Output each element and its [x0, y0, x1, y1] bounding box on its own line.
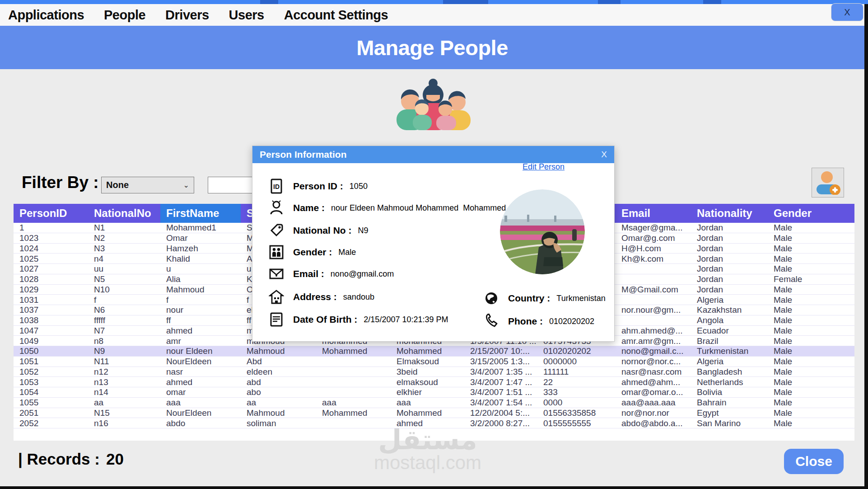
table-cell: Male: [768, 223, 854, 232]
date-of-birth-field: Date Of Birth : 2/15/2007 10:21:39 PM: [269, 312, 448, 327]
table-cell: fffff: [88, 315, 160, 325]
table-cell: Omar@g.com: [616, 233, 691, 243]
table-cell: 3beid: [391, 367, 464, 376]
table-cell: Elmaksoud: [391, 357, 464, 366]
table-cell: 1037: [14, 305, 88, 315]
table-cell: Male: [768, 398, 854, 407]
table-cell: 0155555555: [537, 418, 616, 428]
table-cell: N10: [88, 285, 160, 294]
dialog-title: Person Information: [260, 149, 601, 160]
table-cell: Algeria: [691, 357, 768, 366]
menu-item-users[interactable]: Users: [229, 8, 264, 23]
table-cell: Female: [768, 274, 854, 284]
table-cell: soliman: [241, 418, 316, 428]
table-cell: Abd: [241, 357, 316, 366]
table-cell: Jordan: [691, 244, 768, 253]
table-cell: nour Eldeen: [160, 346, 241, 356]
table-cell: aa: [241, 398, 316, 407]
column-header-gender[interactable]: Gender: [768, 204, 854, 223]
table-cell: 3/4/2007 1:35 ...: [464, 367, 537, 376]
add-person-button[interactable]: [812, 168, 844, 197]
window-top-strip: [0, 0, 868, 4]
table-cell: abd: [241, 377, 316, 387]
menu-item-account-settings[interactable]: Account Settings: [284, 8, 388, 23]
table-row[interactable]: 1052n12nasreldeen3beid3/4/2007 1:35 ...1…: [14, 367, 854, 377]
menu-item-drivers[interactable]: Drivers: [165, 8, 209, 23]
table-cell: Male: [768, 326, 854, 335]
table-cell: Turkmenistan: [691, 346, 768, 356]
table-cell: 2/15/2007 10:...: [464, 346, 537, 356]
table-cell: nasr@nasr.com: [616, 367, 691, 376]
table-cell: abdo: [160, 418, 241, 428]
person-icon: [269, 200, 284, 216]
table-cell: Mohammed: [391, 408, 464, 418]
table-cell: Male: [768, 336, 854, 346]
column-header-email[interactable]: Email: [616, 204, 691, 223]
menu-item-applications[interactable]: Applications: [8, 8, 84, 23]
table-row[interactable]: 1055aaaaaaaaaaaaa3/4/2007 1:54 ...0000aa…: [14, 398, 854, 408]
table-cell: Alia: [160, 274, 241, 284]
table-cell: Hamzeh: [160, 244, 241, 253]
table-cell: Male: [768, 377, 854, 387]
filter-dropdown[interactable]: None ⌄: [101, 177, 194, 193]
table-cell: f: [160, 295, 241, 305]
page-header: Manage People: [0, 26, 864, 69]
close-button[interactable]: Close: [784, 449, 844, 474]
table-cell: Angola: [691, 315, 768, 325]
phone-icon: [484, 314, 499, 329]
table-cell: M@Gmail.com: [616, 285, 691, 294]
table-cell: aaa: [391, 398, 464, 407]
id-card-icon: ID: [269, 179, 284, 194]
table-cell: elmaksoud: [391, 377, 464, 387]
table-cell: uu: [88, 264, 160, 273]
top-strip-segment: [703, 0, 721, 4]
close-icon: X: [844, 7, 850, 18]
table-cell: nono@gmail.c...: [616, 346, 691, 356]
table-cell: 3/4/2007 1:47 ...: [464, 377, 537, 387]
column-header-nationality[interactable]: Nationality: [691, 204, 768, 223]
table-cell: 333: [537, 387, 616, 397]
menu-item-people[interactable]: People: [104, 8, 145, 23]
table-cell: ahmed: [391, 418, 464, 428]
table-cell: Male: [768, 357, 854, 366]
table-cell: Jordan: [691, 233, 768, 243]
table-cell: 0000: [537, 398, 616, 407]
table-cell: ahmed: [160, 377, 241, 387]
table-row[interactable]: 1054n14omaraboelkhier3/4/2007 1:51 ...33…: [14, 387, 854, 398]
table-cell: Jordan: [691, 223, 768, 232]
table-cell: Male: [768, 387, 854, 397]
table-cell: Kh@k.com: [616, 254, 691, 263]
table-row[interactable]: 1053n13ahmedabdelmaksoud3/4/2007 1:47 ..…: [14, 377, 854, 387]
table-cell: n16: [88, 418, 160, 428]
table-cell: Mohammed1: [160, 223, 241, 232]
table-cell: 1055: [14, 398, 88, 407]
table-cell: n14: [88, 387, 160, 397]
table-row[interactable]: 1050N9nour EldeenMahmoudMohammedMohammed…: [14, 346, 854, 357]
table-cell: abo: [241, 387, 316, 397]
table-row[interactable]: 2052n16abdosolimanahmed3/2/2000 8:27...0…: [14, 418, 854, 428]
table-cell: Khalid: [160, 254, 241, 263]
table-cell: 1031: [14, 295, 88, 305]
table-cell: nor.nour@gm...: [616, 305, 691, 315]
table-cell: Brazil: [691, 336, 768, 346]
table-row[interactable]: 1051N11NourEldeenAbdElmaksoud3/15/2005 1…: [14, 357, 854, 367]
column-header-firstname[interactable]: FirstName: [160, 204, 241, 223]
table-cell: Mohammed: [391, 346, 464, 356]
table-cell: 1051: [14, 357, 88, 366]
table-cell: Bangladesh: [691, 367, 768, 376]
person-id-field: ID Person ID : 1050: [269, 179, 368, 194]
table-cell: 01556335858: [537, 408, 616, 418]
edit-person-link[interactable]: Edit Person: [523, 162, 565, 172]
column-header-personid[interactable]: PersonID: [14, 204, 88, 223]
people-group-icon: [387, 75, 479, 146]
records-count: | Records :20: [18, 450, 124, 468]
table-cell: Male: [768, 244, 854, 253]
person-photo: [500, 189, 585, 274]
address-field: Address : sandoub: [269, 289, 374, 305]
table-row[interactable]: 2051N15NourEldeenMahmoudMohammedMohammed…: [14, 408, 854, 418]
table-cell: ff: [160, 315, 241, 325]
column-header-nationalno[interactable]: NationalNo: [88, 204, 160, 223]
dialog-close-icon[interactable]: X: [601, 150, 607, 160]
table-cell: N1: [88, 223, 160, 232]
window-close-button[interactable]: X: [831, 3, 863, 21]
